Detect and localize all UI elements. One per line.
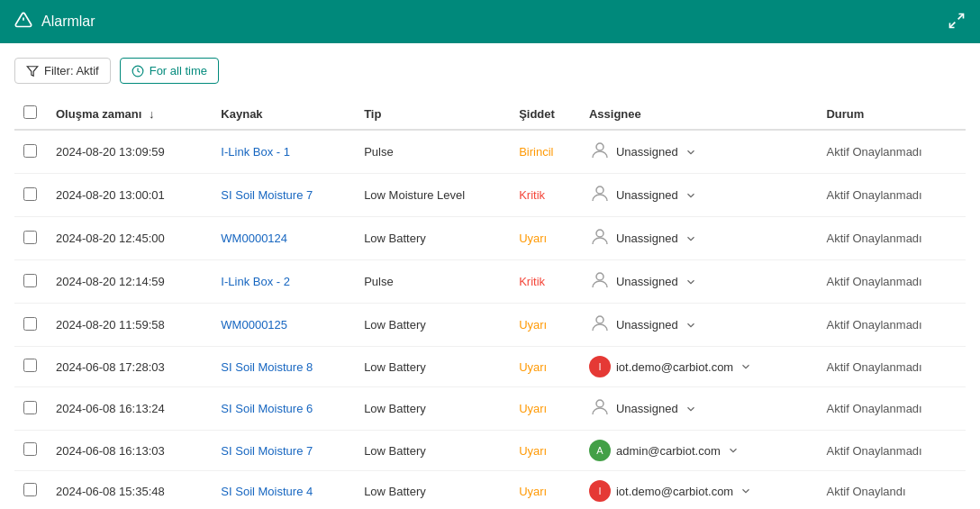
row-checkbox-cell[interactable] [14, 174, 47, 217]
filter-icon [26, 65, 39, 77]
assignee-cell[interactable]: Aadmin@carbiot.com [589, 440, 809, 461]
row-source[interactable]: I-Link Box - 1 [212, 130, 355, 174]
assignee-name: Unassigned [616, 402, 678, 415]
row-checkbox-cell[interactable] [14, 260, 47, 304]
row-status: Aktif Onaylanmadı [817, 304, 966, 347]
sort-icon: ↓ [149, 107, 155, 121]
assignee-name: iot.demo@carbiot.com [616, 485, 733, 498]
status-badge: Aktif Onaylanmadı [826, 318, 921, 332]
source-link[interactable]: SI Soil Moisture 4 [221, 485, 313, 498]
status-badge: Aktif Onaylanmadı [826, 444, 921, 458]
filter-label: Filter: Aktif [44, 64, 99, 77]
row-assignee[interactable]: Unassigned [580, 260, 818, 304]
row-assignee[interactable]: Unassigned [580, 217, 818, 260]
svg-point-7 [596, 186, 603, 194]
row-checkbox[interactable] [23, 317, 37, 331]
source-link[interactable]: I-Link Box - 1 [221, 145, 290, 159]
row-status: Aktif Onaylandı [817, 471, 966, 510]
assignee-dropdown-chevron[interactable] [684, 145, 698, 159]
row-checkbox-cell[interactable] [14, 347, 47, 387]
source-link[interactable]: WM0000124 [221, 232, 287, 245]
row-checkbox[interactable] [23, 483, 37, 496]
assignee-dropdown-chevron[interactable] [726, 443, 740, 458]
row-checkbox[interactable] [23, 401, 37, 414]
source-link[interactable]: WM0000125 [221, 318, 287, 332]
table-row: 2024-08-20 11:59:58WM0000125Low BatteryU… [14, 304, 966, 347]
row-assignee[interactable]: Unassigned [580, 304, 818, 347]
time-filter-button[interactable]: For all time [120, 58, 219, 84]
row-assignee[interactable]: Unassigned [580, 130, 818, 174]
row-checkbox[interactable] [23, 442, 37, 456]
assignee-dropdown-chevron[interactable] [684, 275, 698, 289]
assignee-cell[interactable]: Unassigned [589, 269, 809, 294]
row-time: 2024-08-20 12:45:00 [47, 217, 212, 260]
row-source[interactable]: WM0000125 [212, 304, 355, 347]
row-source[interactable]: I-Link Box - 2 [212, 260, 355, 304]
row-assignee[interactable]: Iiot.demo@carbiot.com [580, 347, 818, 387]
table-row: 2024-06-08 15:35:48SI Soil Moisture 4Low… [14, 471, 966, 510]
svg-point-11 [596, 400, 603, 407]
assignee-dropdown-chevron[interactable] [684, 232, 698, 246]
row-source[interactable]: SI Soil Moisture 8 [212, 347, 355, 387]
assignee-cell[interactable]: Unassigned [589, 183, 809, 207]
assignee-dropdown-chevron[interactable] [684, 188, 698, 203]
table-row: 2024-08-20 13:09:59I-Link Box - 1PulseBi… [14, 130, 966, 174]
table-row: 2024-06-08 16:13:24SI Soil Moisture 6Low… [14, 387, 966, 431]
row-checkbox-cell[interactable] [14, 304, 47, 347]
row-checkbox[interactable] [23, 187, 37, 201]
row-checkbox-cell[interactable] [14, 471, 47, 510]
topbar-expand[interactable] [948, 12, 966, 32]
assignee-cell[interactable]: Unassigned [589, 140, 809, 164]
assignee-dropdown-chevron[interactable] [684, 402, 698, 416]
row-checkbox[interactable] [23, 231, 37, 244]
row-assignee[interactable]: Unassigned [580, 387, 818, 431]
row-source[interactable]: WM0000124 [212, 217, 355, 260]
assignee-dropdown-chevron[interactable] [739, 359, 753, 374]
row-checkbox-cell[interactable] [14, 217, 47, 260]
source-link[interactable]: SI Soil Moisture 7 [221, 188, 313, 202]
row-source[interactable]: SI Soil Moisture 7 [212, 174, 355, 217]
row-time: 2024-06-08 16:13:24 [47, 387, 212, 431]
severity-badge: Kritik [519, 188, 545, 202]
row-assignee[interactable]: Unassigned [580, 174, 818, 217]
filter-button[interactable]: Filter: Aktif [14, 58, 111, 84]
row-assignee[interactable]: Aadmin@carbiot.com [580, 431, 818, 471]
assignee-cell[interactable]: Unassigned [589, 226, 809, 250]
row-checkbox-cell[interactable] [14, 431, 47, 471]
header-status: Durum [817, 98, 966, 130]
source-link[interactable]: I-Link Box - 2 [221, 275, 290, 288]
select-all-header[interactable] [14, 98, 47, 130]
row-source[interactable]: SI Soil Moisture 4 [212, 471, 355, 510]
assignee-cell[interactable]: Unassigned [589, 313, 809, 337]
row-checkbox-cell[interactable] [14, 387, 47, 431]
topbar: Alarmlar [0, 0, 980, 43]
assignee-dropdown-chevron[interactable] [739, 484, 753, 498]
row-source[interactable]: SI Soil Moisture 6 [212, 387, 355, 431]
row-type: Low Battery [355, 387, 510, 431]
row-checkbox[interactable] [23, 359, 37, 372]
source-link[interactable]: SI Soil Moisture 7 [221, 444, 313, 458]
row-time: 2024-06-08 16:13:03 [47, 431, 212, 471]
assignee-name: Unassigned [616, 232, 678, 245]
topbar-left: Alarmlar [14, 11, 95, 32]
clock-icon [132, 65, 144, 77]
svg-point-6 [596, 143, 603, 150]
row-time: 2024-06-08 15:35:48 [47, 471, 212, 510]
row-checkbox[interactable] [23, 144, 37, 158]
source-link[interactable]: SI Soil Moisture 8 [221, 360, 313, 374]
select-all-checkbox[interactable] [23, 105, 37, 119]
assignee-cell[interactable]: Iiot.demo@carbiot.com [589, 480, 809, 502]
svg-point-10 [596, 316, 603, 323]
assignee-name: admin@carbiot.com [616, 444, 721, 458]
source-link[interactable]: SI Soil Moisture 6 [221, 402, 313, 415]
assignee-dropdown-chevron[interactable] [684, 318, 698, 332]
header-severity: Şiddet [510, 98, 580, 130]
row-checkbox[interactable] [23, 274, 37, 287]
assignee-cell[interactable]: Unassigned [589, 396, 809, 421]
row-checkbox-cell[interactable] [14, 130, 47, 174]
row-assignee[interactable]: Iiot.demo@carbiot.com [580, 471, 818, 510]
row-status: Aktif Onaylanmadı [817, 431, 966, 471]
row-type: Pulse [355, 260, 510, 304]
assignee-cell[interactable]: Iiot.demo@carbiot.com [589, 356, 809, 377]
row-source[interactable]: SI Soil Moisture 7 [212, 431, 355, 471]
